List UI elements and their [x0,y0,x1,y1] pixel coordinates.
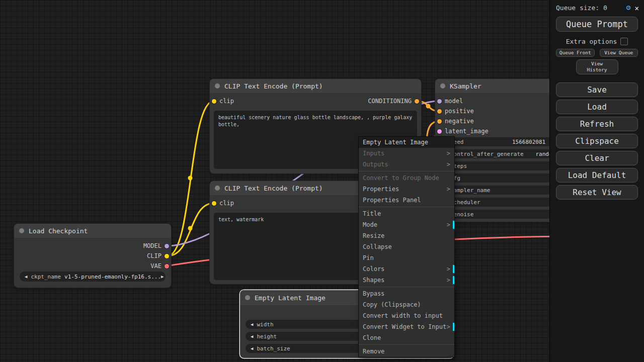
menu-item-convert-to-group-node[interactable]: Convert to Group Node [359,172,454,184]
model-slot-icon[interactable] [437,99,442,104]
menu-item-outputs[interactable]: Outputs > [359,159,454,170]
slot-label: latent_image [445,128,489,135]
menu-item-label: Outputs [363,161,388,168]
menu-item-label: Pin [363,254,374,261]
view-queue-button[interactable]: View Queue [600,49,638,57]
menu-item-resize[interactable]: Resize [359,230,454,241]
collapse-dot-icon[interactable] [215,186,220,191]
menu-item-label: Title [363,210,381,217]
collapse-dot-icon[interactable] [245,295,250,300]
widget-label: height [257,333,277,340]
menu-item-inputs[interactable]: Inputs > [359,148,454,159]
load-button[interactable]: Load [556,100,638,114]
widget-label: ckpt_name [31,274,61,280]
menu-separator [359,171,454,171]
menu-item-bypass[interactable]: Bypass [359,288,454,299]
submenu-arrow-icon: > [447,219,450,230]
widget-label: control_after_generate [450,151,524,157]
input-slot-clip[interactable]: clip [212,200,234,207]
node-header[interactable]: CLIP Text Encode (Prompt) [210,79,421,93]
save-button[interactable]: Save [556,82,638,97]
clear-button[interactable]: Clear [556,151,638,165]
menu-item-pin[interactable]: Pin [359,252,454,263]
output-slot-vae[interactable]: VAE [150,262,169,269]
slot-label: clip [219,200,234,207]
input-slot-positive[interactable]: positive [437,108,474,115]
ckpt-name-combo[interactable]: ◀ ckpt_name v1-5-pruned-emaonly-fp16.s..… [20,272,165,281]
widget-label: sampler_name [450,187,490,194]
widget-value: 1566802081 [512,139,545,145]
collapse-dot-icon[interactable] [19,228,24,233]
queue-prompt-button[interactable]: Queue Prompt [556,17,638,32]
slot-label: CLIP [147,252,162,259]
view-history-button[interactable]: View History [576,59,618,74]
menu-item-label: Convert width to input [363,312,443,319]
menu-item-title[interactable]: Title [359,208,454,219]
menu-item-label: Convert Widget to Input [363,323,446,330]
menu-item-convert-widget-to-input[interactable]: Convert Widget to Input > [359,321,454,332]
node-title: Empty Latent Image [255,294,326,302]
menu-item-collapse[interactable]: Collapse [359,241,454,252]
node-title: Load Checkpoint [29,227,88,235]
conditioning-slot-icon[interactable] [415,99,419,104]
load-default-button[interactable]: Load Default [556,168,638,183]
clip-slot-icon[interactable] [165,254,169,258]
widget-left-arrow-icon[interactable]: ◀ [251,322,253,327]
menu-item-properties-panel[interactable]: Properties Panel [359,195,454,206]
wire-midpoint-dot[interactable] [188,176,193,180]
combo-right-arrow-icon[interactable]: ▶ [161,274,164,279]
queue-front-button[interactable]: Queue Front [556,49,595,57]
widget-left-arrow-icon[interactable]: ◀ [251,346,253,351]
output-slot-clip[interactable]: CLIP [147,252,169,259]
vae-slot-icon[interactable] [165,264,169,268]
menu-item-label: Properties [363,186,399,193]
menu-item-label: Convert to Group Node [363,174,439,182]
menu-item-clone[interactable]: Clone [359,332,454,343]
widget-label: batch_size [257,345,290,352]
input-slot-model[interactable]: model [437,98,463,105]
slot-label: CONDITIONING [368,98,412,105]
collapse-dot-icon[interactable] [215,83,220,88]
menu-item-copy-clipspace[interactable]: Copy (Clipspace) [359,299,454,310]
output-slot-model[interactable]: MODEL [143,242,169,249]
clip-slot-icon[interactable] [212,99,216,104]
menu-item-convert-width-to-input[interactable]: Convert width to input [359,310,454,321]
conditioning-slot-icon[interactable] [437,119,442,124]
close-menu-icon[interactable]: ✕ [635,5,639,12]
menu-item-label: Resize [363,232,384,239]
output-slot-conditioning[interactable]: CONDITIONING [368,98,419,105]
context-menu-title: Empty Latent Image [359,137,454,148]
conditioning-slot-icon[interactable] [437,109,442,114]
slot-label: MODEL [143,242,162,249]
slot-label: negative [445,118,474,125]
collapse-dot-icon[interactable] [440,83,445,88]
input-slot-clip[interactable]: clip [212,98,234,105]
menu-separator [359,287,454,287]
settings-gear-icon[interactable]: ⚙ [626,4,631,12]
node-load-checkpoint[interactable]: Load Checkpoint MODEL CLIP VAE ◀ ckpt_na… [14,224,171,288]
submenu-arrow-icon: > [447,321,450,332]
clipspace-button[interactable]: Clipspace [556,134,638,148]
model-slot-icon[interactable] [165,244,169,248]
clip-slot-icon[interactable] [212,201,216,206]
menu-item-label: Inputs [363,150,384,157]
wire-midpoint-dot[interactable] [426,104,431,109]
menu-item-properties[interactable]: Properties > [359,184,454,195]
menu-item-remove[interactable]: Remove [359,346,454,357]
combo-left-arrow-icon[interactable]: ◀ [25,274,27,279]
wire-midpoint-dot[interactable] [188,226,193,231]
menu-item-shapes[interactable]: Shapes > [359,275,454,286]
comfyui-canvas[interactable]: CLIP Text Encode (Prompt) clip CONDITION… [0,0,644,362]
node-header[interactable]: Load Checkpoint [14,224,171,238]
widget-label: width [257,321,273,328]
extra-options-checkbox[interactable] [620,38,628,45]
latent-slot-icon[interactable] [437,129,442,134]
input-slot-latent-image[interactable]: latent_image [437,128,489,135]
menu-item-mode[interactable]: Mode > [359,219,454,230]
submenu-arrow-icon: > [447,159,450,170]
menu-item-colors[interactable]: Colors > [359,263,454,275]
widget-left-arrow-icon[interactable]: ◀ [251,334,253,339]
input-slot-negative[interactable]: negative [437,118,474,125]
reset-view-button[interactable]: Reset View [556,185,638,200]
refresh-button[interactable]: Refresh [556,117,638,131]
